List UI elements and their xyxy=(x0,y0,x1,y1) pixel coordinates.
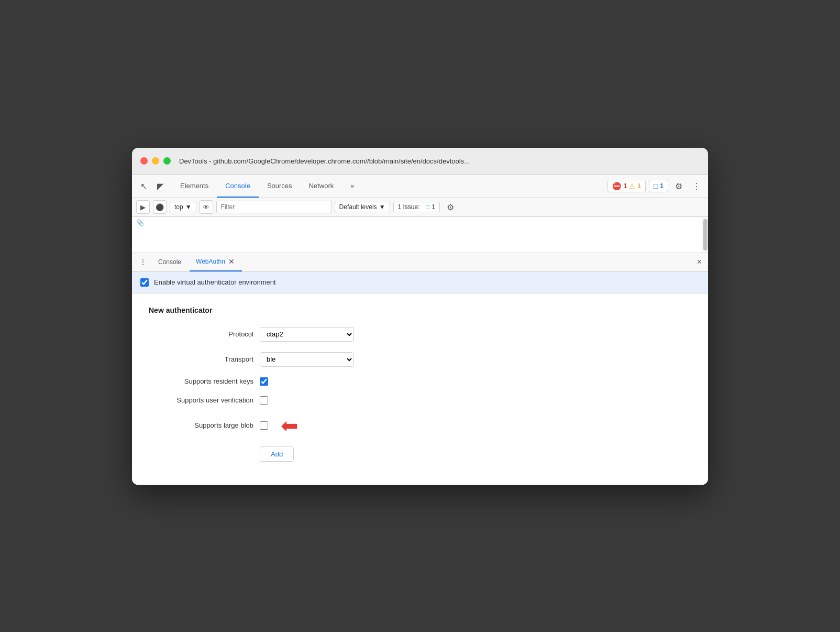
drawer-close-button[interactable]: × xyxy=(695,257,704,267)
webauthn-panel: Enable virtual authenticator environment… xyxy=(132,272,708,485)
main-tabs: Elements Console Sources Network » xyxy=(172,175,607,198)
resident-keys-checkbox[interactable] xyxy=(260,377,268,386)
filter-input[interactable] xyxy=(216,201,331,213)
red-arrow-icon: ⬅ xyxy=(281,415,299,436)
main-scrollbar[interactable] xyxy=(702,217,708,253)
devtools-tab-bar: ↖ ◤ Elements Console Sources Network » ⛔ xyxy=(132,175,708,198)
add-button[interactable]: Add xyxy=(260,446,294,462)
run-script-icon[interactable]: ▶ xyxy=(136,200,150,214)
console-settings-icon[interactable]: ⚙ xyxy=(443,200,458,214)
tab-icon-group: ↖ ◤ xyxy=(136,179,168,193)
chevron-down-icon: ▼ xyxy=(379,203,385,211)
scrollbar-thumb xyxy=(703,219,708,250)
add-button-row: Add xyxy=(149,446,691,462)
device-toggle-icon[interactable]: ◤ xyxy=(153,179,168,193)
drawer-more-icon[interactable]: ⋮ xyxy=(136,255,150,269)
window-title: DevTools - github.com/GoogleChrome/devel… xyxy=(179,157,470,165)
traffic-lights xyxy=(140,157,171,165)
console-toolbar: ▶ ⚫ top ▼ 👁 Default levels ▼ 1 Issue: □ … xyxy=(132,198,708,217)
close-button[interactable] xyxy=(140,157,148,165)
drawer-tab-webauthn[interactable]: WebAuthn ✕ xyxy=(190,253,242,271)
devtools-window: DevTools - github.com/GoogleChrome/devel… xyxy=(132,148,708,485)
drawer: ⋮ Console WebAuthn ✕ × Enable virtual au… xyxy=(132,253,708,485)
error-badge[interactable]: ⛔ 1 ⚠ 1 xyxy=(607,180,645,192)
tab-more[interactable]: » xyxy=(342,175,362,198)
drawer-tab-close-icon[interactable]: ✕ xyxy=(227,257,236,266)
new-authenticator-section: New authenticator Protocol ctap2 u2f Tra… xyxy=(132,293,708,485)
large-blob-row: Supports large blob ⬅ xyxy=(149,415,691,436)
chevron-down-icon: ▼ xyxy=(185,203,192,211)
minimize-button[interactable] xyxy=(152,157,159,165)
settings-icon[interactable]: ⚙ xyxy=(671,179,686,193)
tab-console[interactable]: Console xyxy=(217,175,259,198)
drawer-tab-console[interactable]: Console xyxy=(152,253,187,271)
maximize-button[interactable] xyxy=(163,157,171,165)
main-panel: 📎 xyxy=(132,217,702,253)
eye-icon[interactable]: 👁 xyxy=(200,200,213,214)
resident-keys-row: Supports resident keys xyxy=(149,377,691,386)
enable-virtual-env-checkbox[interactable] xyxy=(140,278,149,287)
tab-elements[interactable]: Elements xyxy=(172,175,217,198)
info-badge[interactable]: □ 1 xyxy=(649,180,668,192)
resident-keys-label: Supports resident keys xyxy=(149,377,253,385)
user-verification-row: Supports user verification xyxy=(149,396,691,405)
transport-select[interactable]: ble usb nfc internal xyxy=(260,352,354,367)
large-blob-label: Supports large blob xyxy=(149,421,253,429)
issues-button[interactable]: 1 Issue: □ 1 xyxy=(393,202,440,212)
drawer-tab-bar: ⋮ Console WebAuthn ✕ × xyxy=(132,253,708,272)
protocol-row: Protocol ctap2 u2f xyxy=(149,327,691,342)
tab-sources[interactable]: Sources xyxy=(259,175,301,198)
cursor-icon[interactable]: ↖ xyxy=(136,179,151,193)
tabs-right-actions: ⛔ 1 ⚠ 1 □ 1 ⚙ ⋮ xyxy=(607,179,704,193)
block-icon[interactable]: ⚫ xyxy=(153,200,167,214)
enable-virtual-env-label: Enable virtual authenticator environment xyxy=(154,278,276,286)
new-authenticator-title: New authenticator xyxy=(149,306,691,314)
context-selector[interactable]: top ▼ xyxy=(170,202,196,212)
tab-network[interactable]: Network xyxy=(301,175,342,198)
protocol-select[interactable]: ctap2 u2f xyxy=(260,327,354,342)
user-verification-label: Supports user verification xyxy=(149,396,253,404)
transport-label: Transport xyxy=(149,355,253,363)
blue-link[interactable]: 📎 xyxy=(132,217,148,228)
default-levels-dropdown[interactable]: Default levels ▼ xyxy=(335,202,390,212)
more-options-icon[interactable]: ⋮ xyxy=(689,179,704,193)
transport-row: Transport ble usb nfc internal xyxy=(149,352,691,367)
large-blob-checkbox[interactable] xyxy=(260,421,268,430)
protocol-label: Protocol xyxy=(149,330,253,338)
user-verification-checkbox[interactable] xyxy=(260,396,268,405)
enable-virtual-env-row: Enable virtual authenticator environment xyxy=(132,272,708,293)
title-bar: DevTools - github.com/GoogleChrome/devel… xyxy=(132,148,708,175)
